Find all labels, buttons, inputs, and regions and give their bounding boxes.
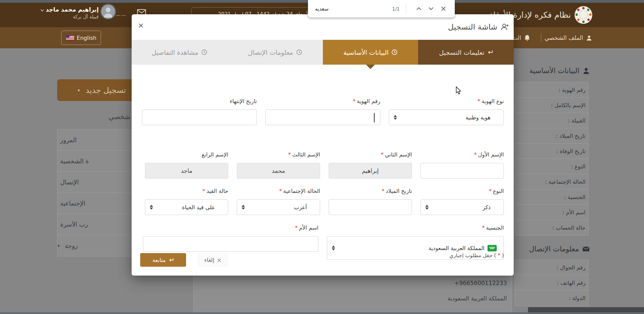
field-gender: النوع* ذكر — [420, 188, 504, 215]
cancel-button[interactable]: × إلغاء — [197, 253, 229, 267]
registration-modal: شاشة التسجيل × تعليمات التسجيل البيانات … — [132, 14, 514, 276]
envelope-icon — [582, 246, 590, 252]
field-expiry-date: تاريخ الإنتهاء — [142, 98, 257, 125]
mother-name-input[interactable] — [143, 236, 318, 252]
tab-contact-info[interactable]: معلومات الإتصال — [227, 40, 323, 65]
clock-icon — [392, 49, 397, 55]
form-row-names: الإسم الأول* الإسم الثاني* إبراهيم الإسم… — [142, 151, 504, 179]
tab-view-details[interactable]: مشاهدة التفاصيل — [132, 40, 227, 65]
detail-row: الدولة : — [515, 291, 588, 306]
user-name: إبراهيم محمد ماجد — [48, 6, 99, 13]
caret-down-icon: ▾ — [57, 243, 60, 248]
footer-bar — [528, 307, 644, 312]
record-status-select[interactable]: على قيد الحياة — [145, 199, 228, 215]
bottom-strip — [0, 312, 644, 314]
header-dash: —— — [116, 12, 127, 18]
detail-row: القبيلة : — [515, 113, 588, 128]
person-icon — [586, 35, 592, 41]
expiry-date-input[interactable] — [142, 110, 257, 125]
avatar[interactable] — [100, 4, 116, 19]
find-next-button[interactable] — [427, 4, 435, 13]
third-name-input: محمد — [237, 163, 320, 179]
modal-header: شاشة التسجيل × — [132, 14, 514, 40]
us-flag-icon — [66, 35, 74, 40]
text-caret — [374, 113, 375, 122]
detail-row: رقم الجوال : — [515, 260, 588, 275]
detail-row: الإسم بالكامل : — [515, 98, 588, 113]
birth-date-input[interactable] — [329, 199, 412, 215]
select-arrows-icon — [425, 205, 429, 210]
detail-row: اسم الأم : — [515, 205, 588, 220]
browser-find-bar[interactable]: سعديه 1/1 — [308, 0, 455, 18]
nav-alerts[interactable]: الت — [512, 27, 530, 48]
clock-icon — [201, 49, 207, 55]
detail-row: رقم الهوية : — [515, 82, 588, 98]
close-icon: × — [217, 257, 222, 264]
field-first-name: الإسم الأول* — [420, 151, 504, 179]
continue-button[interactable]: متابعة — [140, 253, 186, 267]
marital-status-select[interactable]: أعزب — [237, 199, 320, 215]
return-icon — [488, 50, 493, 54]
app-screen: نظام فكره لإدارة الأوقاف إبراهيم محمد ما… — [0, 0, 644, 314]
modal-tabs: تعليمات التسجيل البيانات الأساسية معلوما… — [132, 40, 514, 65]
required-field-note: ( * ) حقل مطلوب إجباري — [449, 252, 504, 259]
find-divider — [406, 4, 406, 14]
field-second-name: الإسم الثاني* إبراهيم — [329, 151, 412, 179]
sidebar-basic-heading: البيانات الأساسية — [529, 67, 590, 75]
nav-divider — [541, 33, 541, 42]
return-icon — [169, 258, 174, 262]
id-type-select[interactable]: هوية وطنية — [389, 110, 504, 125]
modal-title: شاشة التسجيل — [448, 22, 509, 31]
select-arrows-icon — [394, 115, 397, 120]
mouse-cursor — [456, 86, 462, 95]
find-match-count: 1/1 — [392, 6, 400, 12]
form-row-status: النوع* ذكر تاريخ الميلاد* الحالة الإجتما… — [142, 188, 504, 215]
sidebar-basic-table: رقم الهوية : الإسم بالكامل : القبيلة : ت… — [515, 82, 589, 236]
first-name-input[interactable] — [420, 163, 504, 179]
caret-down-icon: ▾ — [78, 88, 80, 93]
language-switch-button[interactable]: English — [61, 31, 101, 45]
find-close-button[interactable] — [439, 4, 448, 13]
field-marital-status: الحالة الإجتماعية* أعزب — [237, 188, 320, 215]
field-id-type: نوع الهوية* هوية وطنية — [389, 98, 504, 125]
field-fourth-name: الإسم الرابع ماجد — [145, 151, 228, 179]
tab-registration-instructions[interactable]: تعليمات التسجيل — [418, 40, 514, 65]
modal-close-icon[interactable]: × — [138, 22, 144, 29]
fourth-name-input: ماجد — [145, 163, 228, 179]
select-arrows-icon — [242, 205, 245, 210]
gender-select[interactable]: ذكر — [420, 199, 504, 215]
country-row: المملكة العربية السعودية — [193, 291, 512, 305]
detail-row: الحالة الإجتماعية : — [515, 174, 588, 189]
select-arrows-icon — [150, 205, 153, 210]
id-number-input[interactable] — [265, 110, 380, 125]
clock-icon — [296, 49, 302, 55]
detail-row: تاريخ الميلاد : — [515, 128, 588, 144]
second-name-input: إبراهيم — [329, 163, 412, 179]
tab-basic-data[interactable]: البيانات الأساسية — [323, 40, 418, 65]
form-row-identity: نوع الهوية* هوية وطنية رقم الهوية* تاريخ… — [142, 98, 504, 125]
user-tribe: قبيلة آل بركة — [48, 14, 99, 19]
field-third-name: الإسم الثالث* محمد — [237, 151, 320, 179]
nav-profile[interactable]: الملف الشخصي — [545, 27, 592, 48]
field-birth-date: تاريخ الميلاد* — [329, 188, 412, 215]
detail-row: تاريخ الوفاة : — [515, 144, 588, 159]
person-add-icon — [501, 23, 509, 30]
detail-row: الجنسية : — [515, 189, 588, 205]
sidebar-contact-table: رقم الجوال : رقم الهاتف : الدولة : — [515, 260, 589, 306]
select-arrows-icon — [332, 246, 335, 250]
bell-icon — [524, 35, 530, 41]
mobile-number-row: +9665600112233 — [193, 276, 512, 290]
user-menu[interactable]: إبراهيم محمد ماجد قبيلة آل بركة — [48, 6, 99, 19]
detail-row: حالة الحساب : — [515, 220, 588, 235]
field-id-number: رقم الهوية* — [265, 98, 380, 125]
detail-row: رقم الهاتف : — [515, 275, 588, 291]
profile-section-title-fragment: شخصي — [82, 113, 130, 121]
find-previous-button[interactable] — [414, 4, 423, 13]
saudi-flag-icon — [488, 245, 497, 251]
person-icon — [583, 67, 590, 74]
field-record-status: حالة القيد* على قيد الحياة — [145, 188, 228, 215]
find-query-input[interactable]: سعديه — [315, 6, 392, 12]
app-logo — [574, 5, 593, 24]
chevron-down-icon — [40, 9, 44, 12]
sidebar-contact-heading: معلومات الإتصال — [529, 245, 590, 253]
